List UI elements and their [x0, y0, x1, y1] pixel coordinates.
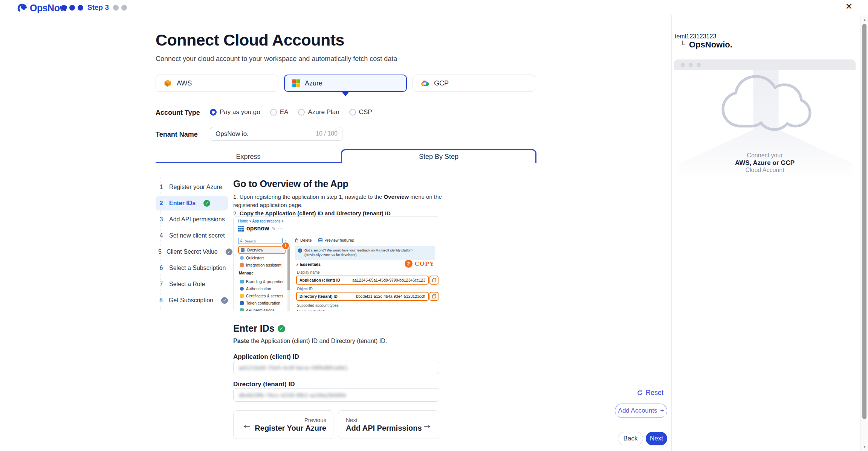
step-item-enter-ids[interactable]: 2 Enter IDs ✓ [156, 196, 228, 210]
portal-supported-accounts-label: Supported account types [297, 303, 339, 308]
portal-display-name-label: Display name [297, 270, 320, 274]
back-button[interactable]: Back [618, 432, 643, 445]
reset-icon [637, 390, 643, 396]
portal-object-id-label: Object ID [297, 287, 313, 291]
chevron-up-icon: ∧ [296, 263, 299, 267]
radio-ea[interactable]: EA [270, 108, 289, 116]
provider-button-gcp[interactable]: GCP [413, 75, 535, 92]
annotation-badge-2: 2 [405, 260, 413, 268]
copy-icon [429, 292, 439, 301]
scrollbar-thumb[interactable] [862, 24, 866, 419]
api-permissions-icon [240, 308, 244, 312]
arrow-left-icon: ← [242, 419, 252, 431]
info-icon: i [298, 248, 302, 253]
reset-button[interactable]: Reset [637, 389, 663, 397]
step-item-get-subscription[interactable]: 8 Get Subscription ✓ [156, 293, 228, 308]
step-progress: Step 3 [61, 0, 127, 15]
azure-icon [292, 79, 300, 87]
portal-client-credentials-label: Client credentials [297, 309, 326, 311]
account-type-label: Account Type [156, 109, 200, 117]
step-item-client-secret-value[interactable]: 5 Client Secret Value ✓ [156, 245, 228, 259]
radio-unselected-icon [270, 109, 277, 116]
scroll-down-icon[interactable]: ▼ [861, 445, 868, 449]
trash-icon [295, 238, 298, 242]
opsnow-logo-icon [17, 3, 27, 13]
window-dot-icon [697, 63, 701, 67]
provider-button-azure[interactable]: Azure [284, 75, 407, 92]
tree-connector-icon: └ [680, 41, 685, 49]
page-subtitle: Connect your cloud account to your works… [156, 55, 397, 63]
radio-unselected-icon [298, 109, 305, 116]
step-item-add-api-permissions[interactable]: 3 Add API permissions [156, 212, 228, 227]
portal-nav-authentication: Authentication [238, 285, 286, 292]
application-id-label: Application (client) ID [233, 353, 299, 361]
portal-nav-quickstart: Quickstart [238, 254, 286, 261]
directory-id-label: Directory (tenant) ID [233, 381, 295, 388]
opsnow-logo: OpsNow [17, 3, 67, 14]
section-check-icon: ✓ [278, 325, 285, 332]
step-item-register-your-azure[interactable]: 1 Register your Azure [156, 180, 228, 194]
certificates-icon [240, 294, 244, 298]
step-item-select-a-subscription[interactable]: 6 Select a Subscription [156, 261, 228, 275]
radio-csp[interactable]: CSP [349, 108, 372, 116]
portal-feedback-banner: i Got a second? We would love your feedb… [295, 246, 435, 260]
application-id-input[interactable]: ad121b48-70e5-4c9f-bece-08f6d8fca9b1 [233, 361, 439, 374]
portal-breadcrumb: Home > App registrations > [238, 219, 284, 223]
portal-toolbar: Delete Preview features [295, 238, 354, 242]
portal-manage-header: Manage [238, 269, 286, 277]
progress-dot-filled [78, 5, 83, 11]
progress-dot-filled [61, 5, 67, 11]
portal-scrollbar [287, 243, 290, 311]
provider-selector: AWS Azure [156, 75, 535, 92]
step-item-select-a-role[interactable]: 7 Select a Role [156, 277, 228, 291]
add-accounts-button[interactable]: Add Accounts + [615, 404, 667, 418]
authentication-icon [240, 287, 244, 291]
sidebar-account-name: OpsNowio. [689, 40, 732, 50]
portal-essentials-header: ∧Essentials [296, 262, 321, 267]
page-title: Connect Cloud Accounts [156, 31, 344, 49]
radio-azure-plan[interactable]: Azure Plan [298, 108, 339, 116]
connect-cloud-accounts-screen: OpsNow Step 3 ✕ Connect Cloud Accounts C… [0, 0, 868, 451]
annotation-badge-copy: 2 COPY [405, 260, 434, 268]
banner-arrow-icon: → [428, 251, 432, 255]
cloud-outline-icon [716, 73, 814, 136]
preview-caption-line2: AWS, Azure or GCP [674, 159, 856, 167]
portal-nav-certificates: Certificates & secrets [238, 292, 286, 299]
portal-nav-integration-assistant: Integration assistant [238, 261, 286, 268]
progress-dot-filled [69, 5, 75, 11]
topbar: OpsNow Step 3 ✕ [0, 0, 868, 15]
browser-mockup-header [674, 59, 856, 70]
quickstart-icon [240, 256, 244, 260]
portal-application-id-row: Application (client) ID aa12345-65a1-45d… [296, 276, 429, 285]
tenant-name-counter: 10 / 100 [316, 130, 338, 137]
tenant-name-label: Tenant Name [156, 131, 198, 139]
page-scrollbar[interactable]: ▲ ▼ [860, 15, 868, 451]
annotation-badge-1: 1 [282, 242, 289, 249]
account-type-options: Pay as you go EA Azure Plan CSP [210, 108, 372, 116]
next-step-label: Add API Permissions [346, 424, 422, 433]
next-kicker: Next [346, 417, 422, 423]
step-item-set-new-client-secret[interactable]: 4 Set new client secret [156, 229, 228, 243]
window-dot-icon [681, 63, 685, 67]
progress-step-label: Step 3 [87, 3, 109, 12]
app-grid-icon [238, 226, 244, 232]
radio-selected-icon [210, 109, 217, 116]
portal-nav-overview: Overview [238, 246, 286, 254]
close-icon[interactable]: ✕ [845, 2, 853, 11]
arrow-right-icon: → [422, 419, 432, 431]
step-check-icon: ✓ [221, 297, 228, 304]
enter-ids-description: Paste the Application (client) ID and Di… [233, 338, 387, 344]
directory-id-input[interactable]: db4829fb-76cc-4209-9fb2-ac09a2bfd9fe [233, 388, 439, 402]
portal-sidebar-nav: Overview Quickstart Integration assistan… [238, 246, 286, 311]
tab-step-by-step[interactable]: Step By Step [341, 149, 536, 163]
scroll-up-icon[interactable]: ▲ [861, 18, 868, 22]
radio-unselected-icon [349, 109, 356, 116]
radio-pay-as-you-go[interactable]: Pay as you go [210, 108, 260, 116]
previous-step-card[interactable]: ← Previous Register Your Azure [233, 410, 333, 439]
provider-button-aws[interactable]: AWS [156, 75, 278, 92]
next-button[interactable]: Next [646, 432, 667, 445]
tab-express[interactable]: Express [156, 151, 341, 163]
portal-nav-api-permissions: API permissions [238, 306, 286, 311]
next-step-card[interactable]: Next Add API Permissions → [338, 410, 439, 439]
sidebar-account-id: teml123123123 [675, 33, 716, 40]
